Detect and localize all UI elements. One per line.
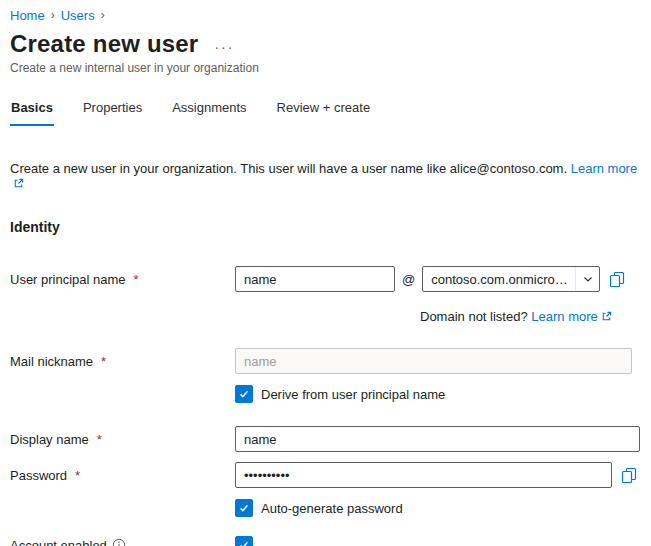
- external-link-icon: [13, 177, 24, 192]
- tab-properties[interactable]: Properties: [82, 96, 143, 126]
- display-name-input[interactable]: [235, 426, 640, 452]
- derive-checkbox-label[interactable]: Derive from user principal name: [261, 387, 445, 402]
- upn-input[interactable]: [235, 266, 395, 292]
- tab-assignments[interactable]: Assignments: [171, 96, 247, 126]
- domain-dropdown-value: contoso.com.onmicroso...: [423, 272, 575, 287]
- intro-learn-more-link[interactable]: Learn more: [571, 161, 637, 176]
- display-name-label-text: Display name: [10, 432, 89, 447]
- password-row: Password*: [10, 462, 641, 488]
- account-enabled-label: Account enabled: [10, 538, 235, 546]
- identity-form: User principal name* @ contoso.com.onmic…: [10, 266, 641, 546]
- autogen-checkbox-row: Auto-generate password: [235, 499, 641, 517]
- page-title: Create new user: [10, 30, 198, 58]
- required-mark: *: [134, 272, 139, 287]
- required-mark: *: [75, 468, 80, 483]
- breadcrumb-separator: ›: [101, 8, 105, 22]
- autogen-password-checkbox-label[interactable]: Auto-generate password: [261, 501, 403, 516]
- copy-password-button[interactable]: [621, 467, 637, 483]
- derive-checkbox-row: Derive from user principal name: [235, 385, 641, 403]
- domain-dropdown[interactable]: contoso.com.onmicroso...: [422, 266, 600, 292]
- display-name-row: Display name*: [10, 426, 641, 452]
- domain-hint-text: Domain not listed?: [420, 309, 528, 324]
- upn-label-text: User principal name: [10, 272, 126, 287]
- derive-checkbox[interactable]: [235, 385, 253, 403]
- account-enabled-row: Account enabled: [10, 536, 641, 546]
- display-name-label: Display name*: [10, 432, 235, 447]
- password-label: Password*: [10, 468, 235, 483]
- account-enabled-checkbox[interactable]: [235, 536, 253, 546]
- tab-basics[interactable]: Basics: [10, 96, 54, 126]
- info-icon[interactable]: [112, 538, 126, 546]
- tab-bar: Basics Properties Assignments Review + c…: [10, 96, 641, 126]
- autogen-password-checkbox[interactable]: [235, 499, 253, 517]
- copy-upn-button[interactable]: [609, 271, 625, 287]
- password-label-text: Password: [10, 468, 67, 483]
- intro-text: Create a new user in your organization. …: [10, 161, 641, 192]
- mail-nickname-label-text: Mail nickname: [10, 354, 93, 369]
- domain-hint-row: Domain not listed? Learn more: [420, 309, 641, 325]
- upn-label: User principal name*: [10, 272, 235, 287]
- page-subtitle: Create a new internal user in your organ…: [10, 61, 641, 75]
- required-mark: *: [101, 354, 106, 369]
- required-mark: *: [97, 432, 102, 447]
- mail-nickname-row: Mail nickname*: [10, 348, 641, 374]
- upn-row: User principal name* @ contoso.com.onmic…: [10, 266, 641, 292]
- domain-learn-more-link[interactable]: Learn more: [531, 309, 597, 324]
- mail-nickname-label: Mail nickname*: [10, 354, 235, 369]
- breadcrumb-home-link[interactable]: Home: [10, 8, 45, 23]
- more-menu-button[interactable]: ···: [214, 34, 234, 54]
- external-link-icon: [601, 310, 612, 325]
- breadcrumb: Home › Users ›: [10, 6, 641, 24]
- intro-sentence: Create a new user in your organization. …: [10, 161, 567, 176]
- password-input[interactable]: [235, 462, 612, 488]
- chevron-down-icon: [575, 267, 599, 291]
- account-enabled-label-text: Account enabled: [10, 538, 107, 546]
- breadcrumb-separator: ›: [51, 8, 55, 22]
- breadcrumb-users-link[interactable]: Users: [61, 8, 95, 23]
- title-row: Create new user ···: [10, 30, 641, 58]
- create-user-page: Home › Users › Create new user ··· Creat…: [0, 0, 651, 546]
- tab-review-create[interactable]: Review + create: [276, 96, 372, 126]
- at-symbol: @: [402, 272, 415, 287]
- identity-section-heading: Identity: [10, 219, 641, 235]
- mail-nickname-input: [235, 348, 632, 374]
